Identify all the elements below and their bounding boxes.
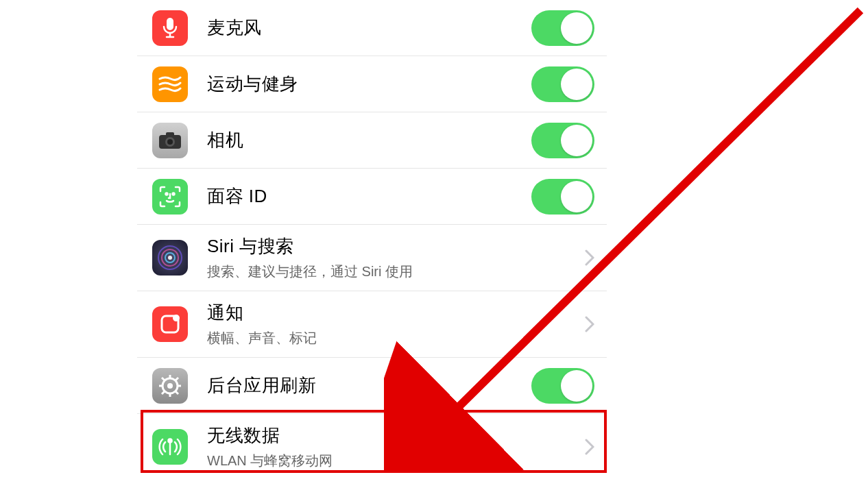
svg-point-5 [166, 193, 168, 195]
toggle-camera[interactable] [531, 123, 594, 158]
wireless-icon [152, 429, 188, 465]
svg-line-20 [176, 391, 178, 394]
row-camera[interactable]: 相机 [137, 112, 607, 169]
row-notifications[interactable]: 通知 横幅、声音、标记 [137, 291, 607, 358]
siri-icon [152, 240, 188, 276]
toggle-microphone[interactable] [531, 10, 594, 46]
row-notifications-sublabel: 横幅、声音、标记 [207, 329, 585, 347]
chevron-right-icon [585, 249, 594, 266]
toggle-bgrefresh[interactable] [531, 368, 594, 404]
svg-point-6 [173, 193, 175, 195]
row-wireless-sublabel: WLAN 与蜂窝移动网 [207, 452, 585, 470]
row-notifications-label: 通知 [207, 301, 585, 325]
svg-line-22 [162, 391, 165, 394]
svg-point-24 [169, 439, 172, 443]
chevron-right-icon [585, 439, 594, 455]
row-faceid[interactable]: 面容 ID [137, 169, 607, 225]
svg-point-14 [167, 383, 173, 389]
svg-rect-2 [166, 132, 174, 136]
settings-list: 麦克风 运动与健身 [137, 0, 607, 477]
row-wireless-data[interactable]: 无线数据 WLAN 与蜂窝移动网 [137, 414, 607, 477]
row-wireless-label: 无线数据 [207, 424, 585, 448]
row-siri[interactable]: Siri 与搜索 搜索、建议与捷径，通过 Siri 使用 [137, 225, 607, 291]
row-background-refresh[interactable]: 后台应用刷新 [137, 358, 607, 414]
svg-point-12 [173, 315, 180, 321]
row-fitness[interactable]: 运动与健身 [137, 56, 607, 112]
notifications-icon [152, 306, 188, 342]
row-siri-sublabel: 搜索、建议与捷径，通过 Siri 使用 [207, 262, 585, 281]
svg-point-4 [167, 139, 173, 145]
fitness-icon [152, 66, 188, 102]
gear-icon [152, 368, 188, 404]
row-fitness-label: 运动与健身 [207, 72, 531, 96]
row-microphone-label: 麦克风 [207, 16, 531, 40]
row-faceid-label: 面容 ID [207, 184, 531, 208]
toggle-fitness[interactable] [531, 66, 594, 102]
svg-line-19 [162, 378, 165, 380]
row-siri-label: Siri 与搜索 [207, 234, 585, 258]
faceid-icon [152, 179, 188, 215]
row-bgrefresh-label: 后台应用刷新 [207, 374, 531, 398]
toggle-faceid[interactable] [531, 179, 594, 215]
camera-icon [152, 123, 188, 158]
svg-line-21 [176, 378, 178, 380]
svg-point-10 [168, 256, 172, 260]
microphone-icon [152, 10, 188, 46]
row-camera-label: 相机 [207, 128, 531, 152]
row-microphone[interactable]: 麦克风 [137, 0, 607, 56]
svg-rect-0 [167, 18, 173, 30]
chevron-right-icon [585, 316, 594, 332]
